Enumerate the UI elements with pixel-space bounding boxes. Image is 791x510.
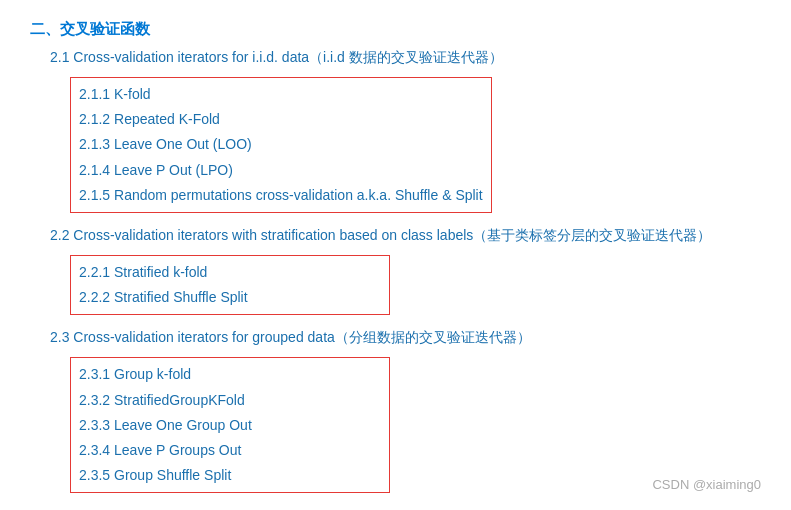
section-2-1: 2.1 Cross-validation iterators for i.i.d…: [30, 49, 761, 217]
item-2-3-4[interactable]: 2.3.4 Leave P Groups Out: [79, 438, 381, 463]
item-2-1-3[interactable]: 2.1.3 Leave One Out (LOO): [79, 132, 483, 157]
item-2-3-1[interactable]: 2.3.1 Group k-fold: [79, 362, 381, 387]
watermark: CSDN @xiaiming0: [652, 477, 761, 492]
item-2-3-3[interactable]: 2.3.3 Leave One Group Out: [79, 413, 381, 438]
section-2-2: 2.2 Cross-validation iterators with stra…: [30, 227, 761, 319]
item-2-1-1[interactable]: 2.1.1 K-fold: [79, 82, 483, 107]
item-2-1-4[interactable]: 2.1.4 Leave P Out (LPO): [79, 158, 483, 183]
item-2-3-5[interactable]: 2.3.5 Group Shuffle Split: [79, 463, 381, 488]
item-2-3-2[interactable]: 2.3.2 StratifiedGroupKFold: [79, 388, 381, 413]
section-2-3-title[interactable]: 2.3 Cross-validation iterators for group…: [50, 329, 761, 347]
section-2-2-box: 2.2.1 Stratified k-fold 2.2.2 Stratified…: [70, 255, 390, 315]
section-2-1-box: 2.1.1 K-fold 2.1.2 Repeated K-Fold 2.1.3…: [70, 77, 492, 213]
section-2-2-title[interactable]: 2.2 Cross-validation iterators with stra…: [50, 227, 761, 245]
section-2-3-box: 2.3.1 Group k-fold 2.3.2 StratifiedGroup…: [70, 357, 390, 493]
section-2-3: 2.3 Cross-validation iterators for group…: [30, 329, 761, 497]
item-2-2-1[interactable]: 2.2.1 Stratified k-fold: [79, 260, 381, 285]
item-2-1-5[interactable]: 2.1.5 Random permutations cross-validati…: [79, 183, 483, 208]
item-2-2-2[interactable]: 2.2.2 Stratified Shuffle Split: [79, 285, 381, 310]
page-section-title: 二、交叉验证函数: [30, 20, 761, 39]
item-2-1-2[interactable]: 2.1.2 Repeated K-Fold: [79, 107, 483, 132]
section-2-1-title[interactable]: 2.1 Cross-validation iterators for i.i.d…: [50, 49, 761, 67]
